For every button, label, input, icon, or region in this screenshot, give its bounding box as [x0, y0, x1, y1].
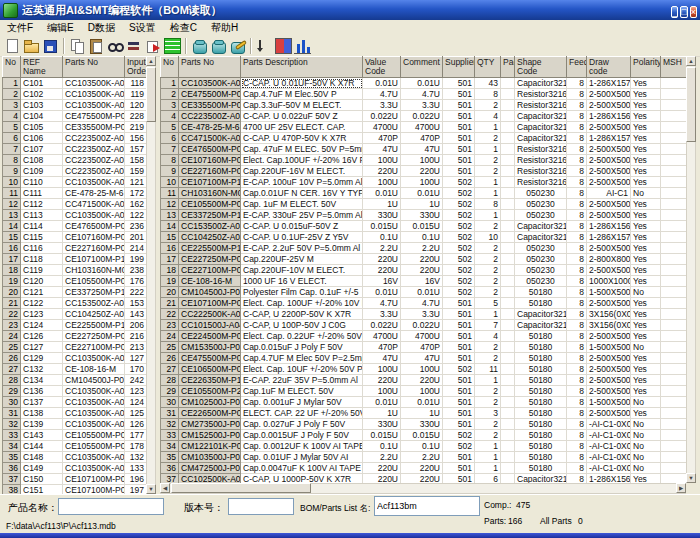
cell[interactable]	[501, 199, 515, 210]
cell[interactable]: 501	[443, 309, 475, 320]
cell[interactable]: 16V	[401, 276, 443, 287]
cell[interactable]: Capacitor321	[515, 133, 567, 144]
cell[interactable]: CC223500Z-A043-0	[179, 111, 241, 122]
cell[interactable]: -AI-C1-0X0	[587, 419, 631, 430]
cell[interactable]: 8	[567, 463, 587, 474]
cell[interactable]: Capacitor321	[515, 320, 567, 331]
cell[interactable]: 2	[475, 342, 501, 353]
cell[interactable]: 050230	[515, 188, 567, 199]
cell[interactable]: 30	[161, 397, 179, 408]
column-header[interactable]: QTY	[475, 57, 501, 78]
cell[interactable]: Cap.4.7uF M Elec.50V P	[241, 89, 363, 100]
cell[interactable]: 2-500X500	[587, 144, 631, 155]
cell[interactable]: 8	[567, 133, 587, 144]
cell[interactable]	[661, 221, 687, 232]
cell[interactable]: 502	[443, 243, 475, 254]
cell[interactable]: C143	[21, 430, 63, 441]
cell[interactable]: 29	[3, 386, 21, 397]
cell[interactable]: 502	[443, 221, 475, 232]
cell[interactable]: CE106500M-P015-(	[179, 364, 241, 375]
cell[interactable]: C123	[21, 309, 63, 320]
cell[interactable]: No	[631, 188, 661, 199]
cell[interactable]: CE105500M-P015-(	[179, 199, 241, 210]
cell[interactable]: 2	[475, 287, 501, 298]
new-icon[interactable]	[4, 38, 21, 54]
cell[interactable]: 13	[161, 210, 179, 221]
cell[interactable]: Yes	[631, 353, 661, 364]
cell[interactable]: 22	[3, 309, 21, 320]
cell[interactable]: 220U	[401, 254, 443, 265]
cell[interactable]: 0.015U	[401, 221, 443, 232]
cell[interactable]: 501	[443, 166, 475, 177]
cell[interactable]: 1-286X157	[587, 133, 631, 144]
cell[interactable]: Cap.0.0047uF K 100V AI TAPE	[241, 463, 363, 474]
cell[interactable]: CE476500M-P015-(	[63, 221, 125, 232]
cell[interactable]	[661, 331, 687, 342]
cell[interactable]: 120	[125, 100, 147, 111]
cell[interactable]: CE227250M-P015-(	[179, 254, 241, 265]
cell[interactable]: 4	[3, 111, 21, 122]
cell[interactable]: 0.015U	[363, 430, 401, 441]
cell[interactable]: Cap. 1uF M ELECT. 50V	[241, 199, 363, 210]
cell[interactable]: 2-500X500	[587, 243, 631, 254]
cell[interactable]: C136	[21, 386, 63, 397]
cell[interactable]	[501, 375, 515, 386]
cell[interactable]: 502	[443, 232, 475, 243]
cell[interactable]: C150	[21, 474, 63, 485]
cell[interactable]: 124	[125, 397, 147, 408]
cell[interactable]	[661, 188, 687, 199]
cell[interactable]	[661, 397, 687, 408]
cell[interactable]: 10	[3, 177, 21, 188]
cell[interactable]: 35	[161, 452, 179, 463]
cell[interactable]: CE226350M-P119-(	[179, 375, 241, 386]
cell[interactable]: 2	[475, 386, 501, 397]
cell[interactable]: C110	[21, 177, 63, 188]
cell[interactable]: 0.1U	[401, 232, 443, 243]
cell[interactable]: Yes	[631, 89, 661, 100]
cell[interactable]	[501, 155, 515, 166]
cell[interactable]: 2-500X500	[587, 177, 631, 188]
cell[interactable]	[501, 331, 515, 342]
cell[interactable]	[501, 408, 515, 419]
cell[interactable]: 19	[3, 276, 21, 287]
column-header[interactable]: Parts No	[179, 57, 241, 78]
cell[interactable]: 1	[475, 441, 501, 452]
cell[interactable]: 11	[161, 188, 179, 199]
cell[interactable]	[501, 397, 515, 408]
cell[interactable]: 1000X1000	[587, 276, 631, 287]
cell[interactable]: Cap. 0.001uF J Mylar 50V	[241, 397, 363, 408]
cell[interactable]: CE105500M-P015-(	[63, 441, 125, 452]
cell[interactable]	[501, 144, 515, 155]
cell[interactable]: No	[631, 397, 661, 408]
cell[interactable]: 2-500X500	[587, 265, 631, 276]
cell[interactable]: 100U	[401, 177, 443, 188]
cell[interactable]: 1-500X500	[587, 397, 631, 408]
cell[interactable]: 4	[475, 331, 501, 342]
cell[interactable]: 1	[475, 122, 501, 133]
cell[interactable]	[501, 78, 515, 89]
cell[interactable]	[661, 78, 687, 89]
cell[interactable]: 9	[161, 166, 179, 177]
cell[interactable]: C-CAP. U 0.015uF-50V Z	[241, 221, 363, 232]
cell[interactable]: Capacitor321	[515, 221, 567, 232]
cell[interactable]: C111	[21, 188, 63, 199]
cell[interactable]: Yes	[631, 232, 661, 243]
cell[interactable]: 501	[443, 375, 475, 386]
cell[interactable]: 0.015U	[363, 221, 401, 232]
cell[interactable]: CM472500J-P015-0	[179, 463, 241, 474]
cell[interactable]: No	[631, 452, 661, 463]
cell[interactable]: CE107100M-P015-(	[179, 298, 241, 309]
cell[interactable]	[501, 243, 515, 254]
cell[interactable]: C149	[21, 463, 63, 474]
cell[interactable]: 50180	[515, 430, 567, 441]
cell[interactable]: CC153500Z-A043-0	[63, 298, 125, 309]
cell[interactable]: CE475500M-P010-(	[179, 353, 241, 364]
cell[interactable]: 28	[161, 375, 179, 386]
cell[interactable]: 23	[161, 320, 179, 331]
cell[interactable]: 33	[3, 430, 21, 441]
cell[interactable]: 37	[3, 474, 21, 485]
cell[interactable]: 1-500X500	[587, 342, 631, 353]
cell[interactable]: Elect. Cap.100UF +/-20% 16V Pi	[241, 155, 363, 166]
cell[interactable]: CC104250Z-A043-0	[63, 309, 125, 320]
cell[interactable]: 4700U	[363, 122, 401, 133]
